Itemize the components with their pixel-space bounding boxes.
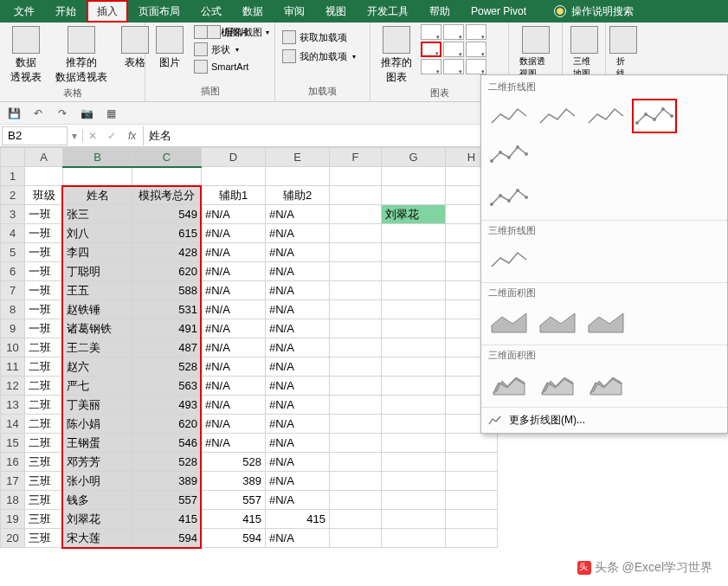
col-header-B[interactable]: B [63,148,132,167]
cell[interactable]: 丁聪明 [63,262,132,281]
name-box-dropdown[interactable]: ▾ [69,130,83,142]
cell[interactable]: 模拟考总分 [132,186,202,205]
cell[interactable]: #N/A [266,243,330,262]
cell[interactable] [382,338,446,357]
cell[interactable]: 487 [132,338,202,357]
cell[interactable]: 620 [132,262,202,281]
form-button[interactable]: ▦ [102,105,119,122]
name-box[interactable] [2,126,68,145]
cell[interactable]: 493 [132,396,202,415]
cell[interactable] [63,167,132,186]
row-header[interactable]: 16 [1,453,25,472]
cell[interactable]: 389 [202,472,266,491]
cell[interactable] [382,377,446,396]
chart-type-waterfall[interactable] [466,24,486,40]
row-header[interactable]: 5 [1,243,25,262]
cell[interactable] [266,167,330,186]
col-header-C[interactable]: C [132,148,202,167]
cell[interactable] [382,186,446,205]
tab-powerpivot[interactable]: Power Pivot [461,0,537,23]
cell[interactable]: 二班 [25,338,63,357]
cell[interactable] [382,300,446,319]
tab-data[interactable]: 数据 [232,0,274,23]
cell[interactable] [382,243,446,262]
recommended-charts-button[interactable]: 推荐的 图表 [376,24,417,87]
cell[interactable] [330,357,382,377]
cell[interactable]: 620 [132,415,202,434]
cell[interactable]: #N/A [202,338,266,357]
save-button[interactable]: 💾 [5,105,23,122]
cell[interactable] [330,243,382,262]
cell[interactable]: #N/A [202,415,266,434]
cell[interactable] [382,529,446,548]
redo-button[interactable]: ↷ [54,105,71,122]
cell[interactable]: 615 [132,224,202,243]
row-header[interactable]: 18 [1,491,25,510]
col-header-A[interactable]: A [25,148,63,167]
tell-me-search[interactable]: 操作说明搜索 [554,4,634,19]
cell[interactable] [330,510,382,529]
cell[interactable] [382,319,446,338]
row-header[interactable]: 3 [1,205,25,224]
cell[interactable]: 王二美 [63,338,132,357]
cell[interactable]: 二班 [25,434,63,453]
row-header[interactable]: 11 [1,357,25,377]
cell[interactable]: 557 [202,491,266,510]
row-header[interactable]: 7 [1,281,25,300]
shapes-button[interactable]: 形状▾ [192,42,251,57]
cell[interactable]: 张小明 [63,472,132,491]
cell[interactable]: 一班 [25,300,63,319]
my-addins-button[interactable]: 我的加载项▾ [280,48,364,64]
cell[interactable]: #N/A [202,262,266,281]
chart-type-column[interactable] [421,24,441,40]
tab-layout[interactable]: 页面布局 [128,0,190,23]
cell[interactable]: #N/A [202,281,266,300]
row-header[interactable]: 9 [1,319,25,338]
cell[interactable]: #N/A [266,453,330,472]
cell[interactable] [446,453,498,472]
cell[interactable]: #N/A [266,529,330,548]
cell[interactable]: 一班 [25,205,63,224]
cell[interactable]: 辅助1 [202,186,266,205]
cell[interactable]: 姓名 [63,186,132,205]
cell[interactable] [330,338,382,357]
pivot-table-button[interactable]: 数据 透视表 [5,24,47,87]
formula-enter[interactable]: ✓ [102,130,121,142]
cell[interactable]: 赵六 [63,357,132,377]
cell[interactable]: 刘翠花 [382,205,446,224]
cell[interactable]: 刘翠花 [63,510,132,529]
recommended-pivot-button[interactable]: 推荐的 数据透视表 [50,24,113,87]
cell[interactable]: 415 [266,510,330,529]
cell[interactable]: #N/A [266,357,330,377]
cell[interactable]: 549 [132,205,202,224]
cell[interactable]: 557 [132,491,202,510]
screenshot-button[interactable]: 屏幕截图▾ [205,24,271,40]
row-header[interactable]: 1 [1,167,25,186]
cell[interactable]: #N/A [266,491,330,510]
more-line-charts[interactable]: 更多折线图(M)... [481,407,727,433]
cell[interactable]: 王五 [63,281,132,300]
cell[interactable]: 诸葛钢铁 [63,319,132,338]
cell[interactable]: 三班 [25,472,63,491]
col-header-D[interactable]: D [202,148,266,167]
cell[interactable] [446,434,498,453]
cell[interactable]: 一班 [25,224,63,243]
cell[interactable]: 班级 [25,186,63,205]
chart-option[interactable] [535,305,580,339]
cell[interactable] [330,415,382,434]
get-addins-button[interactable]: 获取加载项 [280,29,364,45]
tab-view[interactable]: 视图 [315,0,357,23]
smartart-button[interactable]: SmartArt [192,59,251,74]
cell[interactable]: 刘八 [63,224,132,243]
cell[interactable]: #N/A [266,205,330,224]
cell[interactable]: 丁美丽 [63,396,132,415]
cell[interactable] [382,434,446,453]
cell[interactable]: 钱多 [63,491,132,510]
pivotchart-button[interactable]: 数据透视图 [514,24,557,81]
cell[interactable] [330,472,382,491]
cell[interactable]: 491 [132,319,202,338]
chart-option[interactable] [486,242,532,277]
cell[interactable] [382,357,446,377]
cell[interactable]: 陈小娟 [63,415,132,434]
cell[interactable]: 一班 [25,281,63,300]
